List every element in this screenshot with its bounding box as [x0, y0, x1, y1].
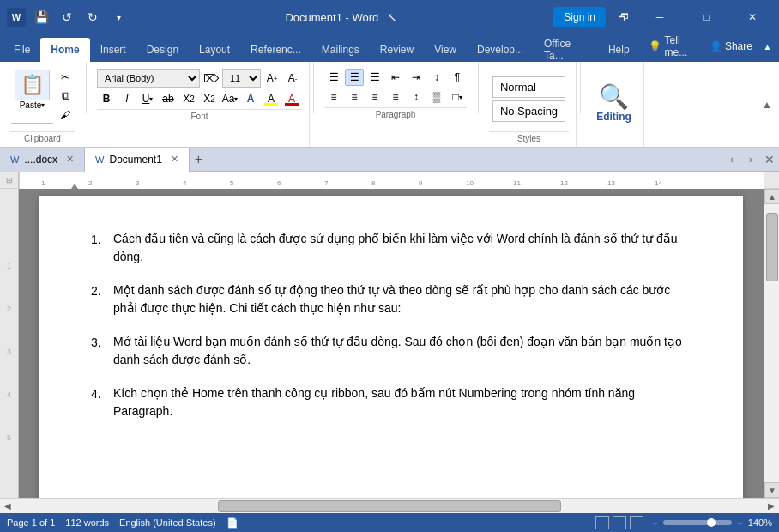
no-spacing-style[interactable]: No Spacing [492, 100, 565, 122]
scroll-right-button[interactable]: › [741, 150, 760, 169]
ribbon-collapse-button[interactable]: ▲ [762, 62, 776, 147]
scroll-left-button[interactable]: ‹ [722, 150, 741, 169]
font-family-select[interactable]: Arial (Body) [97, 69, 200, 88]
zoom-slider[interactable] [663, 520, 732, 525]
align-right-button[interactable]: ≡ [365, 88, 384, 106]
ruler-tick-13: 13 [607, 179, 615, 187]
ribbon-right-actions: 💡 Tell me... 👤 Share ▲ [640, 31, 776, 62]
borders-button[interactable]: □ ▾ [448, 88, 467, 106]
horizontal-scrollbar[interactable]: ◀ ▶ [0, 498, 779, 513]
font-color-button[interactable]: A [282, 90, 301, 107]
scroll-up-button[interactable]: ▲ [764, 189, 779, 204]
tab-developer[interactable]: Develop... [467, 38, 534, 62]
copy-button[interactable]: ⧉ [56, 88, 75, 105]
add-tab-button[interactable]: + [190, 148, 208, 171]
redo-button[interactable]: ↻ [82, 7, 103, 27]
text-effects-button[interactable]: A [241, 90, 260, 107]
scroll-left-h-button[interactable]: ◀ [0, 499, 15, 514]
grow-font-button[interactable]: A+ [263, 70, 281, 87]
bullets-button[interactable]: ☰ [324, 69, 343, 86]
restore-window-button[interactable]: 🗗 [613, 7, 633, 27]
left-margin: 1 2 3 4 5 [0, 189, 19, 498]
format-painter-button[interactable]: 🖌 [56, 106, 75, 124]
shading-button[interactable]: ▒ [427, 88, 446, 106]
decrease-indent-button[interactable]: ⇤ [386, 69, 405, 86]
customize-button[interactable]: ▾ [108, 7, 129, 27]
document-viewport[interactable]: 1. Cách đầu tiên và cũng là cách được sử… [19, 189, 764, 498]
undo-button[interactable]: ↺ [57, 7, 77, 27]
change-case-button[interactable]: Aa▾ [220, 90, 239, 107]
increase-indent-button[interactable]: ⇥ [407, 69, 426, 86]
h-scroll-thumb[interactable] [218, 500, 561, 512]
justify-button[interactable]: ≡ [386, 88, 405, 106]
document-text[interactable]: 1. Cách đầu tiên và cũng là cách được sử… [91, 230, 691, 420]
sign-in-button[interactable]: Sign in [553, 7, 606, 27]
document-page[interactable]: 1. Cách đầu tiên và cũng là cách được sử… [39, 196, 743, 498]
tab-insert[interactable]: Insert [90, 38, 136, 62]
ruler-tick-8: 8 [371, 179, 375, 187]
zoom-thumb[interactable] [707, 518, 716, 527]
tab-design[interactable]: Design [136, 38, 189, 62]
bold-button[interactable]: B [97, 90, 116, 107]
tab-help[interactable]: Help [598, 38, 640, 62]
center-button[interactable]: ≡ [345, 88, 364, 106]
collapse-ribbon-button[interactable]: ▲ [759, 36, 776, 57]
scroll-right-h-button[interactable]: ▶ [764, 499, 779, 514]
web-layout-button[interactable] [613, 516, 626, 529]
clear-formatting-button[interactable]: ⌦ [202, 70, 220, 87]
separator-3 [478, 62, 479, 113]
normal-style[interactable]: Normal [492, 76, 565, 98]
sort-button[interactable]: ↕ [427, 69, 446, 86]
tab-review[interactable]: Review [370, 38, 424, 62]
close-button[interactable]: ✕ [733, 0, 772, 34]
shrink-font-button[interactable]: A- [283, 70, 302, 87]
tab-view[interactable]: View [424, 38, 467, 62]
editing-search-icon[interactable]: 🔍 [599, 82, 629, 111]
scroll-track[interactable] [764, 204, 779, 482]
zoom-control[interactable]: － ＋ 140% [650, 517, 772, 529]
read-mode-button[interactable] [630, 516, 643, 529]
save-button[interactable]: 💾 [31, 7, 51, 27]
scroll-down-button[interactable]: ▼ [764, 482, 779, 498]
highlight-button[interactable]: A [262, 90, 281, 107]
zoom-in-icon[interactable]: ＋ [735, 517, 745, 529]
show-marks-button[interactable]: ¶ [448, 69, 467, 86]
cut-button[interactable]: ✂ [56, 69, 75, 86]
right-scrollbar[interactable]: ▲ ▼ [764, 189, 779, 498]
doc-tab-2-close[interactable]: ✕ [171, 154, 178, 165]
tab-file[interactable]: File [3, 38, 40, 62]
print-layout-button[interactable] [595, 516, 609, 529]
multilevel-button[interactable]: ☰ [365, 69, 384, 86]
share-button[interactable]: 👤 Share [710, 40, 752, 52]
paste-button[interactable]: 📋 Paste ▾ [10, 65, 54, 124]
numbering-button[interactable]: ☰ [345, 69, 364, 86]
close-tabs-button[interactable]: ✕ [760, 150, 779, 169]
doc-tab-2[interactable]: W Document1 ✕ [85, 148, 190, 172]
font-label: Font [97, 109, 302, 121]
h-scroll-track[interactable] [15, 499, 764, 513]
doc-check-icon[interactable]: 📄 [226, 517, 239, 529]
tab-references[interactable]: Referenc... [240, 38, 311, 62]
minimize-button[interactable]: ─ [640, 0, 679, 34]
line-spacing-button[interactable]: ↕ [407, 88, 426, 106]
cursor-icon: ↖ [387, 10, 397, 24]
italic-button[interactable]: I [118, 90, 136, 107]
maximize-button[interactable]: □ [686, 0, 726, 34]
tab-layout[interactable]: Layout [189, 38, 240, 62]
superscript-button[interactable]: X2 [200, 90, 219, 107]
ruler-tick-2: 2 [88, 179, 92, 187]
tab-home[interactable]: Home [40, 38, 89, 62]
font-size-select[interactable]: 11 [222, 69, 261, 88]
zoom-out-icon[interactable]: － [650, 517, 660, 529]
underline-button[interactable]: U ▾ [138, 90, 157, 107]
doc-tab-1-close[interactable]: ✕ [66, 154, 74, 165]
doc-tab-1[interactable]: W ....docx ✕ [0, 148, 85, 172]
tab-mailings[interactable]: Mailings [311, 38, 370, 62]
strikethrough-button[interactable]: ab [159, 90, 178, 107]
subscript-button[interactable]: X2 [179, 90, 198, 107]
tab-officetab[interactable]: Office Ta... [534, 38, 598, 62]
align-left-button[interactable]: ≡ [324, 88, 343, 106]
tell-me-button[interactable]: 💡 Tell me... [640, 31, 703, 62]
ruler: ⊞ 1 2 3 4 5 6 7 8 9 10 11 12 13 14 [0, 172, 779, 189]
scroll-thumb[interactable] [766, 213, 778, 281]
